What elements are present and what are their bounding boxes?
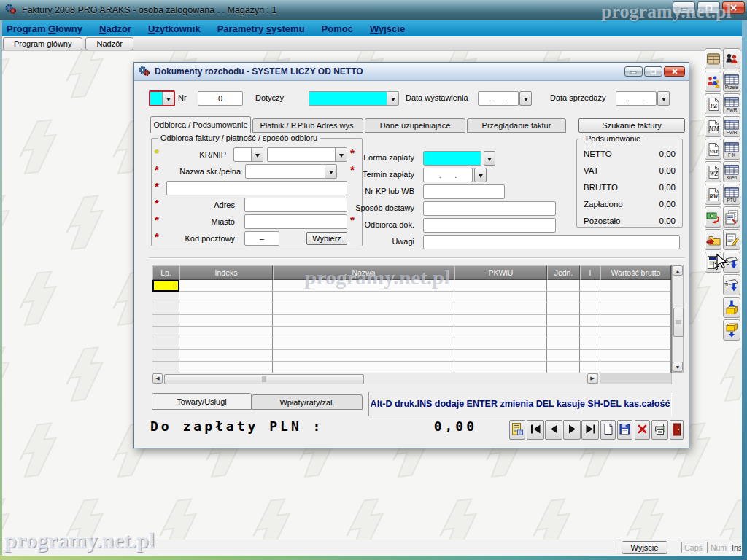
table-cell[interactable] <box>179 303 273 315</box>
fk-list-button[interactable]: F K <box>723 139 740 160</box>
menu-item-pomoc[interactable]: Pomoc <box>322 23 353 34</box>
wz-document-button[interactable]: WZ <box>705 161 721 182</box>
table-row[interactable] <box>152 303 671 315</box>
nazwa-combo[interactable] <box>245 164 337 179</box>
table-cell[interactable] <box>547 315 580 327</box>
table-cell[interactable] <box>547 303 580 315</box>
data-wystawienia-input[interactable]: . . <box>478 91 519 106</box>
table-cell[interactable] <box>179 292 273 303</box>
table-cell[interactable] <box>454 280 547 292</box>
table-cell[interactable] <box>152 315 179 327</box>
table-cell[interactable] <box>273 350 454 362</box>
klienci-list-button[interactable]: Klien <box>723 161 740 182</box>
previous-record-button[interactable] <box>545 420 562 440</box>
table-cell[interactable] <box>152 303 179 315</box>
dotyczy-combo[interactable] <box>309 91 399 106</box>
table-cell[interactable] <box>547 292 580 303</box>
table-cell[interactable] <box>152 327 179 338</box>
tab-platnik-p-p-lub-adres-wys[interactable]: Płatnik / P.P.lub Adres wys. <box>252 118 363 133</box>
rw-document-button[interactable]: RW <box>705 184 721 205</box>
column-header-pkwiu[interactable]: PKWiU <box>454 265 547 280</box>
import-folder-button[interactable] <box>705 229 721 250</box>
menu-item-uzytkownik[interactable]: Użytkownik <box>148 23 201 34</box>
table-cell[interactable] <box>179 315 273 327</box>
maximize-button[interactable] <box>697 1 720 14</box>
horizontal-scrollbar[interactable]: ◀ ▶ <box>152 373 598 384</box>
table-cell[interactable] <box>273 303 454 315</box>
table-cell[interactable] <box>273 338 454 350</box>
wybor-dokumentu-button[interactable] <box>705 252 721 273</box>
dialog-maximize-button[interactable] <box>644 66 662 77</box>
tab-wplaty-raty-zal[interactable]: Wpłaty/raty/zal. <box>252 394 363 410</box>
menu-item-parametry-systemu[interactable]: Parametry systemu <box>217 23 305 34</box>
table-cell[interactable] <box>600 327 671 338</box>
scroll-right-button[interactable]: ▶ <box>587 373 597 384</box>
table-cell[interactable] <box>580 315 600 327</box>
table-cell[interactable] <box>273 327 454 338</box>
dialog-close-button[interactable] <box>664 66 685 77</box>
table-cell[interactable] <box>454 350 547 362</box>
table-cell[interactable] <box>152 292 179 303</box>
miasto-input[interactable] <box>244 214 347 229</box>
table-cell[interactable] <box>179 280 273 292</box>
forma-zaplaty-combo[interactable] <box>423 151 481 166</box>
table-row[interactable] <box>152 327 671 338</box>
wyslij-dokument-2-button[interactable] <box>723 274 740 295</box>
table-cell[interactable] <box>273 280 454 292</box>
minimize-button[interactable] <box>673 1 695 14</box>
table-cell[interactable] <box>547 362 580 373</box>
column-header-i[interactable]: I <box>580 265 600 280</box>
uwagi-input[interactable] <box>423 235 680 249</box>
pz-document-button[interactable]: PZ <box>705 93 721 114</box>
menu-item-program-glowny[interactable]: Program Główny <box>7 23 82 34</box>
table-cell[interactable] <box>580 292 600 303</box>
kontrahenci-button[interactable] <box>705 71 721 92</box>
przelewy-list-button[interactable]: Przele <box>723 71 740 92</box>
vertical-scrollbar[interactable]: ▲ ▼ <box>672 265 684 373</box>
horizontal-scroll-thumb[interactable] <box>164 374 364 384</box>
table-cell[interactable] <box>273 362 454 373</box>
close-button[interactable] <box>722 1 745 14</box>
odbiorca-dok-input[interactable] <box>423 218 556 233</box>
table-cell[interactable] <box>547 327 580 338</box>
tab-dane-uzupelniajace[interactable]: Dane uzupełniajace <box>365 118 465 133</box>
selected-cell[interactable]: 0 <box>152 280 179 292</box>
forma-zaplaty-dropdown-button[interactable] <box>484 151 495 166</box>
kopiuj-dokument-button[interactable] <box>723 206 740 228</box>
tab-przegladanie-faktur[interactable]: Przeglądanie faktur <box>467 118 566 133</box>
fv-rachunki-2-list-button[interactable]: FV/R <box>723 116 740 137</box>
przyjecie-towaru-button[interactable] <box>723 297 740 318</box>
toolbar-button-program-glowny[interactable]: Program główny <box>3 37 82 50</box>
wydanie-towaru-button[interactable] <box>723 319 740 341</box>
wyslij-dokument-button[interactable] <box>723 252 740 273</box>
vertical-scroll-thumb[interactable] <box>673 308 684 337</box>
table-cell[interactable] <box>273 292 454 303</box>
table-cell[interactable] <box>600 315 671 327</box>
table-row[interactable] <box>152 350 671 362</box>
table-cell[interactable] <box>152 350 179 362</box>
scroll-down-button[interactable]: ▼ <box>673 362 683 372</box>
table-cell[interactable] <box>600 303 671 315</box>
szukanie-faktury-button[interactable]: Szukanie faktury <box>578 118 685 133</box>
scroll-left-button[interactable]: ◀ <box>152 373 163 384</box>
titlebar[interactable]: Faktury 2008 PRO ARAKS - osoba zalogowan… <box>0 0 747 20</box>
table-cell[interactable] <box>547 338 580 350</box>
column-header-jedn[interactable]: Jedn. <box>547 265 580 280</box>
menu-item-nadzor[interactable]: Nadzór <box>99 23 131 34</box>
table-row[interactable] <box>152 362 671 373</box>
tab-towary-uslugi[interactable]: Towary/Usługi <box>152 393 252 410</box>
window-panels-button[interactable] <box>705 48 721 69</box>
table-cell[interactable] <box>454 327 547 338</box>
table-cell[interactable] <box>580 327 600 338</box>
fv-rachunki-list-button[interactable]: FV/R <box>723 93 740 114</box>
table-cell[interactable] <box>179 338 273 350</box>
chevron-down-icon[interactable] <box>162 92 174 105</box>
table-cell[interactable] <box>152 338 179 350</box>
kasa-przelew-button[interactable] <box>705 206 721 228</box>
column-header-wartosc-brutto[interactable]: Wartość brutto <box>600 265 671 280</box>
table-cell[interactable] <box>454 338 547 350</box>
exit-door-button[interactable] <box>670 420 684 440</box>
nr-input[interactable]: 0 <box>198 91 243 106</box>
termin-zaplaty-input[interactable]: . . <box>423 168 473 182</box>
table-cell[interactable] <box>179 327 273 338</box>
